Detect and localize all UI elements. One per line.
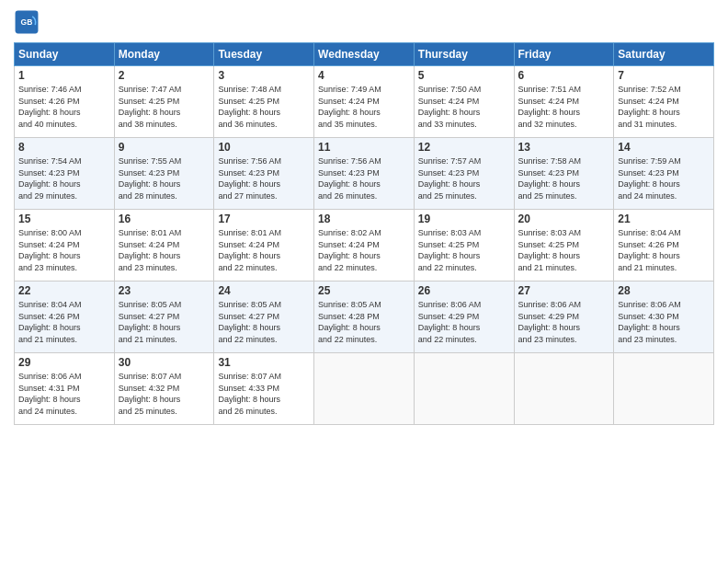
day-cell-1: 1Sunrise: 7:46 AMSunset: 4:26 PMDaylight… — [15, 66, 115, 138]
day-number: 30 — [119, 356, 210, 369]
day-cell-22: 22Sunrise: 8:04 AMSunset: 4:26 PMDayligh… — [15, 282, 115, 353]
day-number: 18 — [318, 213, 410, 225]
header-row: SundayMondayTuesdayWednesdayThursdayFrid… — [15, 43, 714, 66]
day-header-monday: Monday — [114, 43, 214, 66]
day-cell-23: 23Sunrise: 8:05 AMSunset: 4:27 PMDayligh… — [114, 282, 214, 353]
day-info: Sunrise: 8:02 AMSunset: 4:24 PMDaylight:… — [318, 227, 410, 273]
day-cell-15: 15Sunrise: 8:00 AMSunset: 4:24 PMDayligh… — [15, 210, 115, 282]
day-number: 22 — [18, 284, 110, 297]
day-number: 29 — [18, 356, 110, 369]
day-info: Sunrise: 7:49 AMSunset: 4:24 PMDaylight:… — [318, 84, 410, 130]
day-cell-31: 31Sunrise: 8:07 AMSunset: 4:33 PMDayligh… — [214, 353, 314, 425]
week-row-5: 29Sunrise: 8:06 AMSunset: 4:31 PMDayligh… — [15, 353, 714, 425]
day-number: 14 — [618, 141, 710, 154]
day-info: Sunrise: 7:55 AMSunset: 4:23 PMDaylight:… — [119, 155, 210, 201]
day-number: 27 — [518, 284, 610, 297]
day-cell-18: 18Sunrise: 8:02 AMSunset: 4:24 PMDayligh… — [314, 210, 415, 282]
day-cell-30: 30Sunrise: 8:07 AMSunset: 4:32 PMDayligh… — [114, 353, 214, 425]
day-cell-10: 10Sunrise: 7:56 AMSunset: 4:23 PMDayligh… — [214, 138, 314, 210]
day-cell-13: 13Sunrise: 7:58 AMSunset: 4:23 PMDayligh… — [514, 138, 614, 210]
day-header-tuesday: Tuesday — [214, 43, 314, 66]
day-cell-14: 14Sunrise: 7:59 AMSunset: 4:23 PMDayligh… — [614, 138, 714, 210]
day-info: Sunrise: 7:54 AMSunset: 4:23 PMDaylight:… — [18, 155, 110, 201]
day-cell-2: 2Sunrise: 7:47 AMSunset: 4:25 PMDaylight… — [114, 66, 214, 138]
day-info: Sunrise: 7:56 AMSunset: 4:23 PMDaylight:… — [318, 155, 410, 201]
day-info: Sunrise: 7:48 AMSunset: 4:25 PMDaylight:… — [218, 84, 310, 130]
day-cell-20: 20Sunrise: 8:03 AMSunset: 4:25 PMDayligh… — [514, 210, 614, 282]
day-number: 1 — [18, 69, 110, 82]
day-number: 4 — [318, 69, 410, 82]
day-number: 19 — [418, 213, 510, 225]
day-info: Sunrise: 7:58 AMSunset: 4:23 PMDaylight:… — [518, 155, 610, 201]
week-row-2: 8Sunrise: 7:54 AMSunset: 4:23 PMDaylight… — [15, 138, 714, 210]
day-cell-8: 8Sunrise: 7:54 AMSunset: 4:23 PMDaylight… — [15, 138, 115, 210]
day-cell-26: 26Sunrise: 8:06 AMSunset: 4:29 PMDayligh… — [414, 282, 514, 353]
day-number: 26 — [418, 284, 510, 297]
day-number: 6 — [518, 69, 610, 82]
day-cell-17: 17Sunrise: 8:01 AMSunset: 4:24 PMDayligh… — [214, 210, 314, 282]
day-info: Sunrise: 8:00 AMSunset: 4:24 PMDaylight:… — [18, 227, 110, 273]
day-info: Sunrise: 7:57 AMSunset: 4:23 PMDaylight:… — [418, 155, 510, 201]
day-info: Sunrise: 8:07 AMSunset: 4:32 PMDaylight:… — [119, 371, 210, 417]
day-cell-25: 25Sunrise: 8:05 AMSunset: 4:28 PMDayligh… — [314, 282, 415, 353]
day-header-friday: Friday — [514, 43, 614, 66]
day-cell-4: 4Sunrise: 7:49 AMSunset: 4:24 PMDaylight… — [314, 66, 415, 138]
day-cell-7: 7Sunrise: 7:52 AMSunset: 4:24 PMDaylight… — [614, 66, 714, 138]
day-info: Sunrise: 8:03 AMSunset: 4:25 PMDaylight:… — [418, 227, 510, 273]
week-row-4: 22Sunrise: 8:04 AMSunset: 4:26 PMDayligh… — [15, 282, 714, 353]
day-info: Sunrise: 7:50 AMSunset: 4:24 PMDaylight:… — [418, 84, 510, 130]
day-info: Sunrise: 7:47 AMSunset: 4:25 PMDaylight:… — [119, 84, 210, 130]
day-header-wednesday: Wednesday — [314, 43, 415, 66]
day-info: Sunrise: 7:46 AMSunset: 4:26 PMDaylight:… — [18, 84, 110, 130]
day-cell-11: 11Sunrise: 7:56 AMSunset: 4:23 PMDayligh… — [314, 138, 415, 210]
day-number: 10 — [218, 141, 310, 154]
logo-icon: GB — [14, 9, 40, 35]
day-cell-28: 28Sunrise: 8:06 AMSunset: 4:30 PMDayligh… — [614, 282, 714, 353]
empty-cell — [514, 353, 614, 425]
day-info: Sunrise: 7:52 AMSunset: 4:24 PMDaylight:… — [618, 84, 710, 130]
day-number: 16 — [119, 213, 210, 225]
header: GB — [14, 9, 714, 35]
day-number: 31 — [218, 356, 310, 369]
logo: GB — [14, 9, 43, 35]
empty-cell — [414, 353, 514, 425]
day-cell-29: 29Sunrise: 8:06 AMSunset: 4:31 PMDayligh… — [15, 353, 115, 425]
day-cell-27: 27Sunrise: 8:06 AMSunset: 4:29 PMDayligh… — [514, 282, 614, 353]
day-info: Sunrise: 8:01 AMSunset: 4:24 PMDaylight:… — [218, 227, 310, 273]
day-info: Sunrise: 8:07 AMSunset: 4:33 PMDaylight:… — [218, 371, 310, 417]
day-number: 11 — [318, 141, 410, 154]
empty-cell — [314, 353, 415, 425]
week-row-1: 1Sunrise: 7:46 AMSunset: 4:26 PMDaylight… — [15, 66, 714, 138]
day-number: 17 — [218, 213, 310, 225]
day-number: 25 — [318, 284, 410, 297]
day-info: Sunrise: 7:59 AMSunset: 4:23 PMDaylight:… — [618, 155, 710, 201]
day-cell-5: 5Sunrise: 7:50 AMSunset: 4:24 PMDaylight… — [414, 66, 514, 138]
day-cell-24: 24Sunrise: 8:05 AMSunset: 4:27 PMDayligh… — [214, 282, 314, 353]
day-header-sunday: Sunday — [15, 43, 115, 66]
calendar-table: SundayMondayTuesdayWednesdayThursdayFrid… — [14, 42, 714, 425]
day-cell-19: 19Sunrise: 8:03 AMSunset: 4:25 PMDayligh… — [414, 210, 514, 282]
day-cell-21: 21Sunrise: 8:04 AMSunset: 4:26 PMDayligh… — [614, 210, 714, 282]
day-info: Sunrise: 7:51 AMSunset: 4:24 PMDaylight:… — [518, 84, 610, 130]
day-cell-6: 6Sunrise: 7:51 AMSunset: 4:24 PMDaylight… — [514, 66, 614, 138]
day-info: Sunrise: 8:05 AMSunset: 4:27 PMDaylight:… — [119, 299, 210, 345]
svg-text:GB: GB — [21, 17, 33, 27]
week-row-3: 15Sunrise: 8:00 AMSunset: 4:24 PMDayligh… — [15, 210, 714, 282]
day-info: Sunrise: 8:04 AMSunset: 4:26 PMDaylight:… — [618, 227, 710, 273]
day-info: Sunrise: 8:06 AMSunset: 4:30 PMDaylight:… — [618, 299, 710, 345]
day-info: Sunrise: 8:03 AMSunset: 4:25 PMDaylight:… — [518, 227, 610, 273]
day-info: Sunrise: 8:06 AMSunset: 4:29 PMDaylight:… — [518, 299, 610, 345]
day-number: 5 — [418, 69, 510, 82]
empty-cell — [614, 353, 714, 425]
day-header-saturday: Saturday — [614, 43, 714, 66]
day-header-thursday: Thursday — [414, 43, 514, 66]
day-cell-12: 12Sunrise: 7:57 AMSunset: 4:23 PMDayligh… — [414, 138, 514, 210]
day-info: Sunrise: 7:56 AMSunset: 4:23 PMDaylight:… — [218, 155, 310, 201]
day-info: Sunrise: 8:05 AMSunset: 4:27 PMDaylight:… — [218, 299, 310, 345]
day-number: 15 — [18, 213, 110, 225]
day-number: 23 — [119, 284, 210, 297]
day-info: Sunrise: 8:06 AMSunset: 4:29 PMDaylight:… — [418, 299, 510, 345]
day-cell-16: 16Sunrise: 8:01 AMSunset: 4:24 PMDayligh… — [114, 210, 214, 282]
day-number: 2 — [119, 69, 210, 82]
day-number: 12 — [418, 141, 510, 154]
